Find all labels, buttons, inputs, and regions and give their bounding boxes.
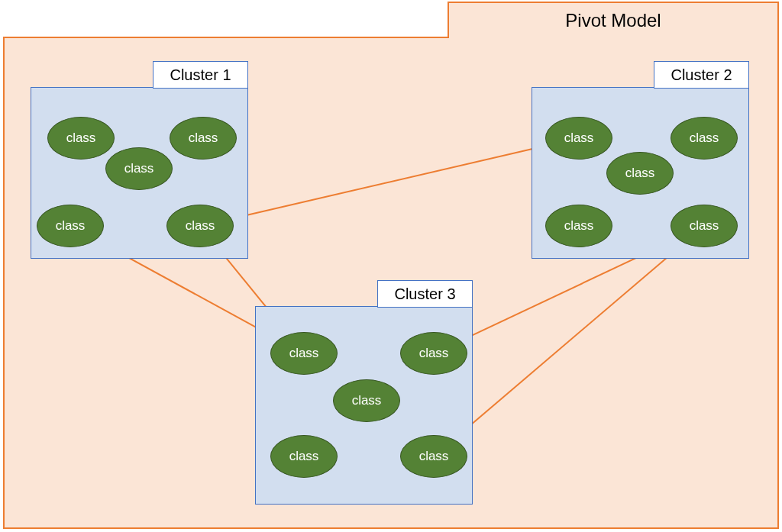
class-node: class [333, 379, 400, 422]
cluster3-label: Cluster 3 [377, 280, 473, 308]
class-node: class [270, 435, 338, 478]
class-node: class [671, 117, 738, 160]
class-node: class [606, 152, 674, 195]
class-node: class [270, 332, 338, 375]
pivot-model-title: Pivot Model [448, 2, 779, 38]
class-node: class [545, 205, 612, 247]
class-node: class [47, 117, 115, 160]
class-node: class [37, 205, 104, 247]
class-node: class [170, 117, 237, 160]
class-node: class [105, 147, 173, 190]
cluster1-label: Cluster 1 [153, 61, 248, 89]
class-node: class [400, 332, 467, 375]
cluster2-label: Cluster 2 [654, 61, 749, 89]
diagram-stage: Pivot Model Cluster 1classclassclassclas… [0, 0, 782, 532]
class-node: class [671, 205, 738, 247]
class-node: class [400, 435, 467, 478]
class-node: class [545, 117, 612, 160]
class-node: class [166, 205, 234, 247]
